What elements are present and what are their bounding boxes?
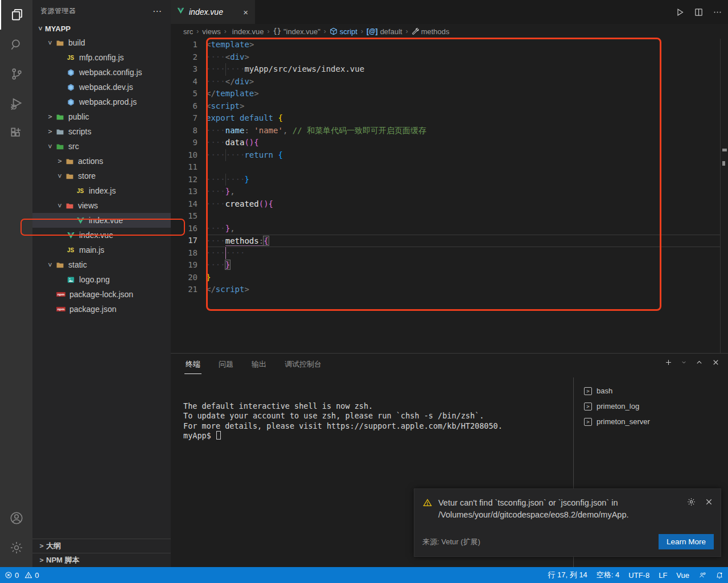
- feedback-icon[interactable]: [694, 571, 711, 579]
- notification-close-icon[interactable]: [704, 497, 714, 507]
- folder-icon: [55, 260, 65, 269]
- vue-icon: [176, 7, 185, 17]
- indentation[interactable]: 空格: 4: [592, 570, 624, 580]
- search-icon[interactable]: [0, 30, 32, 59]
- editor-tabbar: index.vue ×: [171, 0, 728, 24]
- terminal-dropdown-icon[interactable]: [681, 358, 687, 367]
- tree-item-store[interactable]: >store: [32, 169, 171, 183]
- breadcrumb-script[interactable]: script: [330, 27, 357, 36]
- tab-index-vue[interactable]: index.vue ×: [171, 0, 255, 24]
- folder-views-icon: [64, 201, 75, 210]
- js-icon: JS: [65, 53, 76, 62]
- tree-item-build[interactable]: >build: [32, 35, 171, 50]
- account-icon[interactable]: [0, 503, 32, 533]
- sidebar-more-icon[interactable]: ⋯: [153, 6, 163, 17]
- eol[interactable]: LF: [654, 571, 672, 580]
- folder-public-icon: [55, 112, 65, 121]
- terminal-prompt[interactable]: myApp$: [183, 431, 565, 441]
- tree-item-package.json[interactable]: npmpackage.json: [32, 302, 171, 317]
- chevron-icon: >: [55, 157, 64, 165]
- tree-item-scripts[interactable]: >scripts: [32, 124, 171, 139]
- tree-item-webpack.prod.js[interactable]: webpack.prod.js: [32, 95, 171, 109]
- breadcrumb-methods[interactable]: methods: [412, 27, 450, 36]
- code-line-8: 8····name: 'name', // 和菜单代码一致即可开启页面缓存: [171, 125, 720, 137]
- encoding[interactable]: UTF-8: [624, 571, 654, 580]
- tree-item-label: webpack.prod.js: [79, 97, 137, 106]
- notifications-bell-icon[interactable]: [711, 571, 728, 579]
- tree-item-actions[interactable]: >actions: [32, 154, 171, 169]
- chevron-icon: >: [46, 38, 54, 47]
- extensions-icon[interactable]: [0, 118, 32, 148]
- minimap-scrollbar[interactable]: [720, 39, 728, 353]
- breadcrumb-src[interactable]: src: [183, 27, 193, 36]
- terminal-icon: >: [584, 403, 592, 410]
- tree-item-public[interactable]: >public: [32, 109, 171, 124]
- code-line-2: 2····<div>: [171, 51, 720, 64]
- editor-actions: [675, 0, 722, 24]
- more-actions-icon[interactable]: [713, 7, 722, 17]
- line-number: 13: [171, 186, 206, 198]
- tree-item-label: static: [68, 260, 87, 269]
- breadcrumb-index.vue[interactable]: index.vue: [230, 27, 264, 36]
- cube-icon: [330, 27, 338, 35]
- tab-close-icon[interactable]: ×: [242, 7, 249, 17]
- panel-tab-终端[interactable]: 终端: [184, 354, 201, 374]
- source-control-icon[interactable]: [0, 59, 32, 89]
- line-number: 19: [171, 259, 206, 272]
- tree-item-label: build: [68, 38, 85, 47]
- close-panel-icon[interactable]: [711, 358, 720, 367]
- tree-item-src[interactable]: >src: [32, 139, 171, 154]
- language-mode[interactable]: Vue: [672, 571, 694, 580]
- notification-settings-icon[interactable]: [686, 497, 696, 507]
- tree-item-index.js[interactable]: JSindex.js: [32, 183, 171, 198]
- code-editor[interactable]: 1<template>2····<div>3········myApp/src/…: [171, 39, 720, 353]
- project-root-row[interactable]: > MYAPP: [32, 22, 171, 35]
- tree-item-label: views: [78, 201, 98, 210]
- learn-more-button[interactable]: Learn More: [659, 534, 714, 549]
- split-editor-icon[interactable]: [694, 7, 704, 17]
- chevron-icon: >: [56, 201, 64, 210]
- chevron-icon: >: [46, 142, 54, 151]
- terminal-instance-primeton_log[interactable]: >primeton_log: [574, 399, 728, 414]
- panel-tab-调试控制台[interactable]: 调试控制台: [283, 354, 323, 373]
- tree-item-label: webpack.config.js: [79, 68, 142, 77]
- tree-item-logo.png[interactable]: logo.png: [32, 272, 171, 287]
- tree-item-label: main.js: [79, 245, 104, 254]
- code-line-3: 3········myApp/src/views/index.vue: [171, 63, 720, 76]
- terminal-instance-bash[interactable]: >bash: [574, 383, 728, 399]
- panel-tab-输出[interactable]: 输出: [250, 354, 268, 373]
- tree-item-main.js[interactable]: JSmain.js: [32, 243, 171, 257]
- line-number: 8: [171, 125, 206, 137]
- sidebar-section-NPM 脚本[interactable]: >NPM 脚本: [32, 553, 171, 567]
- tree-item-webpack.config.js[interactable]: webpack.config.js: [32, 65, 171, 80]
- tree-item-package-lock.json[interactable]: npmpackage-lock.json: [32, 287, 171, 302]
- tree-item-index.vue[interactable]: index.vue: [32, 213, 171, 228]
- maximize-panel-icon[interactable]: [695, 358, 704, 367]
- cursor-position[interactable]: 行 17, 列 14: [543, 570, 591, 580]
- problems-status[interactable]: 0 0: [0, 567, 43, 583]
- notification-toast: Vetur can't find `tsconfig.json` or `jsc…: [414, 488, 721, 557]
- settings-gear-icon[interactable]: [0, 533, 32, 563]
- error-icon: [5, 571, 13, 579]
- panel-tab-问题[interactable]: 问题: [217, 354, 235, 373]
- line-number: 18: [171, 247, 206, 260]
- warning-icon: [422, 498, 433, 507]
- run-icon[interactable]: [675, 7, 685, 17]
- breadcrumb-default[interactable]: [@]default: [367, 27, 402, 36]
- tree-item-index.vue[interactable]: index.vue: [32, 228, 171, 243]
- run-debug-icon[interactable]: [0, 89, 32, 118]
- explorer-icon[interactable]: [0, 0, 32, 30]
- tree-item-label: scripts: [68, 127, 91, 136]
- tree-item-label: package-lock.json: [69, 290, 133, 299]
- tree-item-label: src: [68, 142, 79, 151]
- breadcrumb-views[interactable]: views: [202, 27, 221, 36]
- tree-item-webpack.dev.js[interactable]: webpack.dev.js: [32, 80, 171, 95]
- breadcrumb--index.vue-[interactable]: {}"index.vue": [273, 27, 320, 36]
- tree-item-mfp.config.js[interactable]: JSmfp.config.js: [32, 50, 171, 65]
- new-terminal-icon[interactable]: [664, 358, 673, 367]
- sidebar-section-大纲[interactable]: >大纲: [32, 539, 171, 553]
- terminal-instance-primeton_server[interactable]: >primeton_server: [574, 414, 728, 429]
- tree-item-views[interactable]: >views: [32, 198, 171, 213]
- editor-region: index.vue × src›views›index.vue›{}"index…: [171, 0, 728, 353]
- tree-item-static[interactable]: >static: [32, 257, 171, 272]
